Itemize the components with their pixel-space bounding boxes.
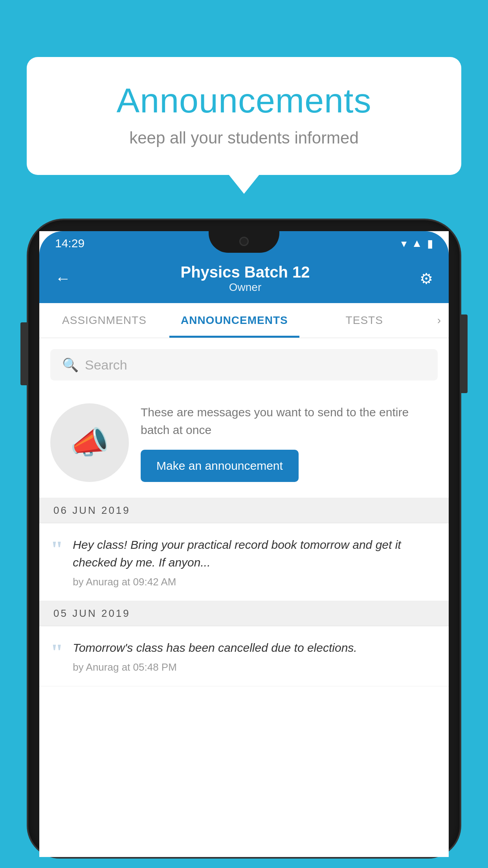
announcement-item-1: " Hey class! Bring your practical record… [39, 523, 449, 601]
header-title-group: Physics Batch 12 Owner [180, 263, 310, 294]
search-placeholder: Search [85, 357, 127, 373]
quote-icon-1: " [50, 537, 63, 561]
megaphone-circle: 📣 [50, 403, 129, 482]
date-separator-2: 05 JUN 2019 [39, 601, 449, 626]
tabs-container: ASSIGNMENTS ANNOUNCEMENTS TESTS › [39, 303, 449, 338]
content-area: 🔍 Search 📣 These are messages you want t… [39, 338, 449, 686]
camera-dot [239, 237, 249, 246]
tab-tests[interactable]: TESTS [299, 303, 429, 338]
empty-state: 📣 These are messages you want to send to… [39, 392, 449, 498]
search-bar[interactable]: 🔍 Search [50, 349, 438, 381]
phone-outer: 14:29 ▾ ▲ ▮ ← Physics Batch 12 Owner ⚙ [28, 220, 460, 857]
announcement-content-1: Hey class! Bring your practical record b… [73, 536, 438, 588]
speech-bubble-container: Announcements keep all your students inf… [27, 57, 461, 175]
make-announcement-button[interactable]: Make an announcement [141, 450, 299, 482]
announcements-title: Announcements [58, 81, 430, 121]
wifi-icon: ▾ [401, 237, 407, 250]
batch-role: Owner [180, 281, 310, 294]
empty-state-description: These are messages you want to send to t… [141, 403, 438, 439]
announcement-text-2: Tomorrow's class has been cancelled due … [73, 639, 438, 657]
signal-icon: ▲ [411, 237, 422, 250]
megaphone-icon: 📣 [70, 424, 109, 461]
status-time: 14:29 [55, 237, 84, 250]
announcement-content-2: Tomorrow's class has been cancelled due … [73, 639, 438, 673]
date-separator-1: 06 JUN 2019 [39, 498, 449, 523]
announcement-text-1: Hey class! Bring your practical record b… [73, 536, 438, 571]
back-button[interactable]: ← [55, 270, 71, 287]
notch [209, 231, 279, 253]
app-header: ← Physics Batch 12 Owner ⚙ [39, 256, 449, 303]
phone-container: 14:29 ▾ ▲ ▮ ← Physics Batch 12 Owner ⚙ [28, 220, 460, 868]
search-icon: 🔍 [62, 357, 79, 373]
empty-state-content: These are messages you want to send to t… [141, 403, 438, 482]
phone-screen: 14:29 ▾ ▲ ▮ ← Physics Batch 12 Owner ⚙ [39, 231, 449, 857]
settings-icon[interactable]: ⚙ [420, 270, 433, 287]
tab-assignments[interactable]: ASSIGNMENTS [39, 303, 169, 338]
status-icons: ▾ ▲ ▮ [401, 237, 433, 250]
status-bar: 14:29 ▾ ▲ ▮ [39, 231, 449, 256]
announcement-meta-1: by Anurag at 09:42 AM [73, 576, 438, 588]
speech-bubble: Announcements keep all your students inf… [27, 57, 461, 175]
announcement-meta-2: by Anurag at 05:48 PM [73, 661, 438, 673]
announcements-subtitle: keep all your students informed [58, 129, 430, 147]
tab-more[interactable]: › [429, 303, 449, 338]
announcement-item-2: " Tomorrow's class has been cancelled du… [39, 626, 449, 686]
tab-announcements[interactable]: ANNOUNCEMENTS [169, 303, 299, 338]
batch-title: Physics Batch 12 [180, 263, 310, 281]
quote-icon-2: " [50, 640, 63, 664]
battery-icon: ▮ [427, 237, 433, 250]
